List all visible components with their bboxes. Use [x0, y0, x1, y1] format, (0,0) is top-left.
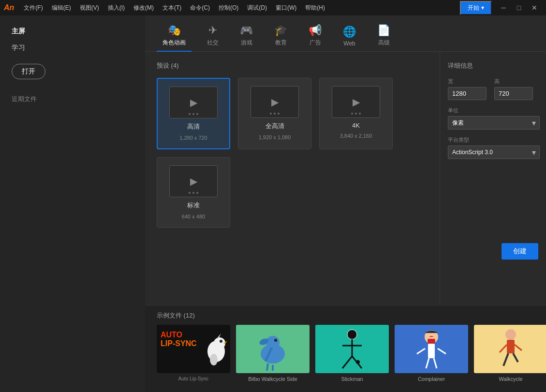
- open-button[interactable]: 打开: [12, 64, 45, 79]
- advanced-icon: 📄: [377, 25, 390, 36]
- unit-select[interactable]: 像素: [448, 116, 540, 130]
- preset-card-standard[interactable]: 标准 640 x 480: [157, 157, 230, 228]
- tab-ad-label: 广告: [310, 39, 321, 47]
- tab-advanced-label: 高级: [378, 39, 390, 47]
- examples-area: 示例文件 (12) AUTOLIP-SYNC: [145, 305, 546, 392]
- create-button[interactable]: 创建: [502, 243, 538, 260]
- menu-control[interactable]: 控制(O): [215, 2, 242, 14]
- titlebar: An 文件(F) 编辑(E) 视图(V) 插入(I) 修改(M) 文本(T) 命…: [0, 0, 546, 15]
- tab-character-animation[interactable]: 🎭 角色动画: [157, 21, 192, 52]
- svg-line-24: [503, 353, 508, 366]
- platform-select-wrapper: ActionScript 3.0HTML5 CanvasWebGL: [448, 145, 540, 159]
- tab-advanced[interactable]: 📄 高级: [371, 21, 396, 52]
- complainer-svg: [414, 327, 448, 371]
- preset-size-standard: 640 x 480: [182, 214, 205, 219]
- svg-line-18: [417, 348, 425, 354]
- menu-command[interactable]: 命令(C): [186, 2, 214, 14]
- menu-insert[interactable]: 插入(I): [104, 2, 129, 14]
- height-col: 高: [494, 78, 533, 100]
- menu-file[interactable]: 文件(F): [20, 2, 46, 14]
- svg-point-8: [347, 330, 357, 339]
- menu-view[interactable]: 视图(V): [76, 2, 103, 14]
- example-card-complainer[interactable]: Complainer: [395, 325, 468, 382]
- content-body: 预设 (4) 高清 1,280 x 720 全高清: [145, 52, 546, 305]
- menu-bar: 文件(F) 编辑(E) 视图(V) 插入(I) 修改(M) 文本(T) 命令(C…: [20, 2, 460, 14]
- example-thumb-bilbo: [236, 325, 310, 373]
- preset-size-4k: 3,840 x 2,160: [340, 133, 372, 139]
- svg-line-27: [515, 345, 522, 350]
- platform-row: 平台类型 ActionScript 3.0HTML5 CanvasWebGL: [448, 136, 538, 159]
- preset-name-4k: 4K: [352, 122, 360, 129]
- svg-point-5: [266, 336, 280, 349]
- svg-rect-16: [428, 337, 435, 339]
- education-icon: 🎓: [274, 25, 287, 36]
- tab-game-label: 游戏: [241, 39, 252, 47]
- example-name-stickman: Stickman: [341, 376, 363, 382]
- svg-rect-23: [507, 340, 515, 353]
- svg-line-21: [434, 358, 437, 368]
- width-col: 宽: [448, 78, 487, 100]
- svg-line-26: [500, 345, 507, 352]
- preset-card-hd[interactable]: 高清 1,280 x 720: [157, 78, 230, 149]
- sidebar-item-learn[interactable]: 学习: [0, 40, 145, 56]
- stickman-svg: [338, 327, 367, 371]
- svg-line-25: [513, 353, 518, 362]
- example-name-walkcycle: Walkcycle: [499, 376, 522, 382]
- menu-edit[interactable]: 编辑(E): [48, 2, 75, 14]
- examples-grid: AUTOLIP-SYNC Auto Lip-Sync: [157, 325, 534, 382]
- maximize-button[interactable]: □: [511, 0, 527, 15]
- examples-section-title: 示例文件 (12): [157, 311, 534, 320]
- start-button[interactable]: 开始 ▾: [460, 1, 492, 15]
- minimize-button[interactable]: ─: [496, 0, 511, 15]
- tab-game[interactable]: 🎮 游戏: [234, 21, 259, 52]
- sidebar-item-home[interactable]: 主屏: [0, 23, 145, 40]
- menu-window[interactable]: 窗口(W): [272, 2, 300, 14]
- sidebar: 主屏 学习 打开 近期文件: [0, 15, 145, 392]
- tab-education-label: 教育: [275, 39, 287, 47]
- platform-label: 平台类型: [448, 136, 538, 144]
- unit-row: 单位 像素: [448, 107, 538, 130]
- example-thumb-complainer: [395, 325, 468, 373]
- preset-card-fullhd[interactable]: 全高清 1,920 x 1,080: [238, 78, 311, 149]
- example-thumb-autolipsync: AUTOLIP-SYNC: [157, 325, 230, 373]
- presets-panel: 预设 (4) 高清 1,280 x 720 全高清: [145, 52, 440, 305]
- unit-label: 单位: [448, 107, 538, 114]
- preset-card-4k[interactable]: 4K 3,840 x 2,160: [319, 78, 393, 149]
- tab-web[interactable]: 🌐 Web: [337, 23, 362, 52]
- height-input[interactable]: [494, 87, 533, 100]
- example-name-bilbo: Bilbo Walkcycle Side: [248, 376, 297, 382]
- dimensions-row: 宽 高: [448, 78, 538, 100]
- window-controls: ─ □ ✕: [496, 0, 542, 15]
- menu-modify[interactable]: 修改(M): [130, 2, 158, 14]
- tab-character-animation-label: 角色动画: [162, 39, 186, 47]
- menu-text[interactable]: 文本(T): [159, 2, 185, 14]
- example-name-autolipsync: Auto Lip-Sync: [178, 376, 208, 381]
- preset-icon-4k: [332, 86, 380, 118]
- svg-point-1: [214, 337, 225, 349]
- preset-size-fullhd: 1,920 x 1,080: [259, 134, 291, 140]
- example-card-bilbo[interactable]: Bilbo Walkcycle Side: [236, 325, 310, 382]
- preset-size-hd: 1,280 x 720: [179, 135, 207, 141]
- svg-line-20: [426, 358, 429, 368]
- presets-section-title: 预设 (4): [157, 61, 428, 70]
- example-card-autolipsync[interactable]: AUTOLIP-SYNC Auto Lip-Sync: [157, 325, 230, 381]
- presets-grid: 高清 1,280 x 720 全高清 1,920 x 1,080: [157, 78, 428, 228]
- preset-icon-standard: [169, 165, 218, 197]
- example-card-walkcycle[interactable]: Walkcycle: [474, 325, 546, 382]
- unit-select-wrapper: 像素: [448, 116, 540, 130]
- menu-help[interactable]: 帮助(H): [301, 2, 329, 14]
- menu-debug[interactable]: 调试(D): [243, 2, 271, 14]
- app-logo: An: [4, 3, 14, 12]
- preset-name-standard: 标准: [187, 201, 200, 210]
- height-label: 高: [494, 78, 533, 85]
- tab-education[interactable]: 🎓 教育: [268, 21, 293, 52]
- bird-svg: [194, 330, 228, 368]
- example-card-stickman[interactable]: Stickman: [315, 325, 389, 382]
- platform-select[interactable]: ActionScript 3.0HTML5 CanvasWebGL: [448, 145, 540, 159]
- close-button[interactable]: ✕: [527, 0, 542, 15]
- tab-social[interactable]: ✈ 社交: [201, 21, 224, 52]
- tab-social-label: 社交: [207, 39, 219, 47]
- tabs-area: 🎭 角色动画 ✈ 社交 🎮 游戏 🎓 教育 📢 广告 🌐 Web: [145, 15, 546, 52]
- tab-ad[interactable]: 📢 广告: [303, 21, 327, 52]
- width-input[interactable]: [448, 87, 487, 100]
